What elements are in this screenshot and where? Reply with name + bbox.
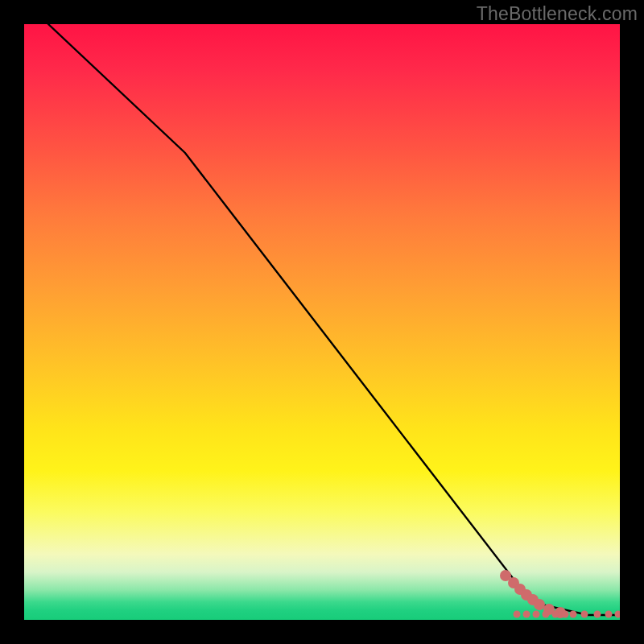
marker-dot [500, 570, 511, 581]
marker-dot [543, 604, 555, 615]
marker-dot [534, 599, 545, 610]
marker-dot [533, 611, 540, 618]
marker-dot [562, 611, 569, 618]
marker-dot [615, 611, 621, 618]
marker-dot [508, 577, 519, 588]
marker-dot [552, 611, 559, 618]
marker-dot [527, 594, 539, 605]
marker-dot [543, 611, 550, 618]
marker-dot [514, 584, 526, 595]
marker-dot [594, 611, 601, 618]
watermark-label: TheBottleneck.com [477, 3, 638, 25]
marker-dot [521, 589, 532, 601]
marker-dots [500, 570, 620, 618]
curve-svg [24, 24, 620, 620]
marker-dot [514, 611, 521, 618]
bottleneck-curve [48, 24, 620, 615]
chart-stage: TheBottleneck.com [0, 0, 644, 644]
marker-dot [570, 611, 577, 618]
marker-dot [581, 611, 588, 618]
marker-dot [605, 611, 613, 618]
marker-dot [523, 611, 530, 618]
plot-area [24, 24, 620, 620]
marker-dot [555, 607, 566, 618]
